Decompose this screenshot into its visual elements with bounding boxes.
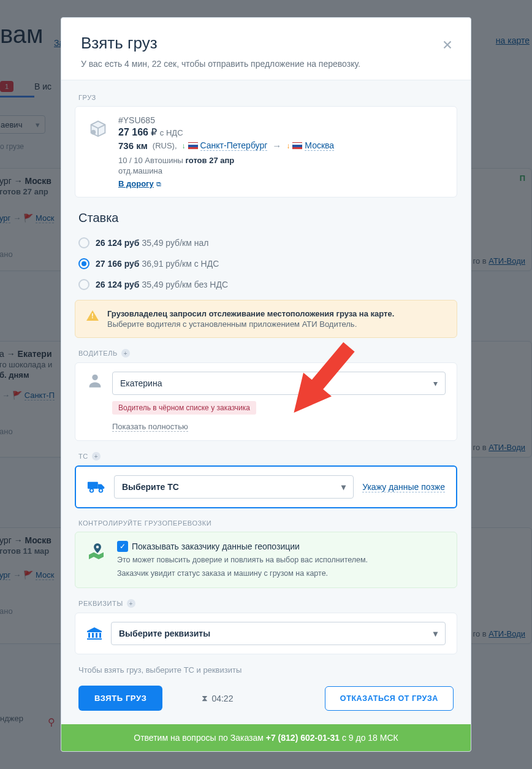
section-label-geo: КОНТРОЛИРУЙТЕ ГРУЗОПЕРЕВОЗКИ [78,519,457,527]
cargo-tyres-row: 10 / 10 Автошины готов 27 апр [118,156,446,165]
svg-point-0 [91,130,96,135]
radio-selected-icon [78,258,89,269]
close-button[interactable] [435,33,460,57]
section-label-requisites: РЕКВИЗИТЫ + [78,599,457,608]
requisites-placeholder: Выберите реквизиты [119,629,210,638]
radio-icon [78,237,89,248]
route-to-chip[interactable]: ↓ Москва [286,140,334,151]
svg-rect-10 [87,638,102,640]
warning-title: Грузовладелец запросил отслеживание мест… [107,309,394,318]
ts-placeholder: Выберите ТС [122,482,179,492]
tracking-warning: Грузовладелец запросил отслеживание мест… [75,300,457,338]
warning-icon [86,310,99,321]
take-cargo-button[interactable]: ВЗЯТЬ ГРУЗ [78,686,162,711]
rate-option-2[interactable]: 27 166 руб 36,91 руб/км с НДС [75,253,457,274]
svg-rect-8 [96,633,97,638]
flag-ru-icon [188,142,198,150]
radio-icon [78,279,89,290]
help-phone-bar: Ответим на вопросы по Заказам +7 (812) 6… [61,724,471,751]
footer-hint: Чтобы взять груз, выберите ТС и реквизит… [78,665,454,675]
pickup-icon: ↓ [182,142,186,150]
driver-card: Екатерина ▾ Водитель в чёрном списке у з… [75,362,457,441]
external-link-icon: ⧉ [156,180,161,188]
warning-subtitle: Выберите водителя с установленным прилож… [107,319,394,329]
modal-footer: ВЗЯТЬ ГРУЗ ⧗ 04:22 ОТКАЗАТЬСЯ ОТ ГРУЗА [75,683,457,724]
rate-option-1[interactable]: 26 124 руб 35,49 руб/км нал [75,232,457,253]
timer-value: 04:22 [211,694,233,703]
cargo-id: #YSU685 [118,115,446,125]
checkbox-checked-icon: ✓ [117,541,128,552]
ts-select[interactable]: Выберите ТС ▾ [114,475,354,499]
geo-card: ✓ Показывать заказчику данные геопозиции… [75,532,457,588]
refuse-cargo-button[interactable]: ОТКАЗАТЬСЯ ОТ ГРУЗА [325,686,454,711]
ts-later-link[interactable]: Укажу данные позже [362,482,445,492]
chevron-down-icon: ▾ [433,378,438,388]
svg-point-5 [96,546,99,548]
truck-icon [87,480,105,494]
modal-overlay: Взять груз У вас есть 4 мин, 22 сек, что… [0,0,532,769]
chevron-down-icon: ▾ [433,629,438,638]
section-label-ts: ТС + [78,452,457,461]
add-driver-icon[interactable]: + [121,349,130,358]
geo-checkbox-row[interactable]: ✓ Показывать заказчику данные геопозиции [117,541,368,552]
cargo-road-link-row: В дорогу⧉ [118,179,446,188]
flag-ru-icon [292,142,302,150]
svg-rect-7 [92,633,94,638]
map-pin-icon [86,541,108,563]
modal-title: Взять груз [81,34,451,53]
modal-subtitle: У вас есть 4 мин, 22 сек, чтобы отправит… [81,59,451,69]
add-ts-icon[interactable]: + [92,452,101,461]
cargo-price: 27 166 ₽ с НДС [118,126,446,138]
rate-section-title: Ставка [78,211,457,225]
requisites-select[interactable]: Выберите реквизиты ▾ [111,622,446,645]
section-label-cargo: ГРУЗ [78,94,457,101]
svg-rect-9 [99,633,101,638]
route-to: Москва [305,140,334,151]
chevron-down-icon: ▾ [341,482,346,492]
svg-rect-2 [88,482,98,489]
driver-blacklist-badge: Водитель в чёрном списке у заказчика [112,401,256,415]
geo-check-label: Показывать заказчику данные геопозиции [132,541,300,551]
person-icon [86,372,104,389]
cargo-vehicle-note: отд.машина [118,166,446,175]
route-from: Санкт-Петербург [200,140,268,151]
geo-sub1: Это может повысить доверие и повлиять на… [117,554,368,565]
driver-select[interactable]: Екатерина ▾ [112,372,446,395]
requisites-card: Выберите реквизиты ▾ [75,613,457,654]
close-icon [441,38,454,52]
show-full-link[interactable]: Показать полностью [112,422,188,432]
add-requisites-icon[interactable]: + [127,599,135,608]
road-link[interactable]: В дорогу [118,179,154,188]
section-label-driver: ВОДИТЕЛЬ + [78,349,457,358]
hourglass-icon: ⧗ [202,693,208,703]
countdown-timer: ⧗ 04:22 [202,693,233,703]
ts-card: Выберите ТС ▾ Укажу данные позже [75,465,457,508]
route-arrow-icon: → [272,140,281,151]
bank-icon [86,627,102,640]
route-from-chip[interactable]: ↓ Санкт-Петербург [182,140,268,151]
svg-point-1 [92,375,97,380]
cargo-distance-row: 736 км (RUS), ↓ Санкт-Петербург → ↓ Моск… [118,140,446,151]
take-cargo-modal: Взять груз У вас есть 4 мин, 22 сек, что… [61,17,471,752]
package-icon [86,117,110,140]
cargo-card: #YSU685 27 166 ₽ с НДС 736 км (RUS), ↓ С… [75,106,457,197]
svg-point-3 [90,489,94,492]
svg-point-4 [99,489,103,492]
rate-option-3[interactable]: 26 124 руб 35,49 руб/км без НДС [75,274,457,295]
geo-sub2: Заказчик увидит статус заказа и машину с… [117,568,368,579]
dropoff-icon: ↓ [286,142,290,150]
svg-rect-6 [88,633,90,638]
driver-selected-value: Екатерина [120,378,162,388]
